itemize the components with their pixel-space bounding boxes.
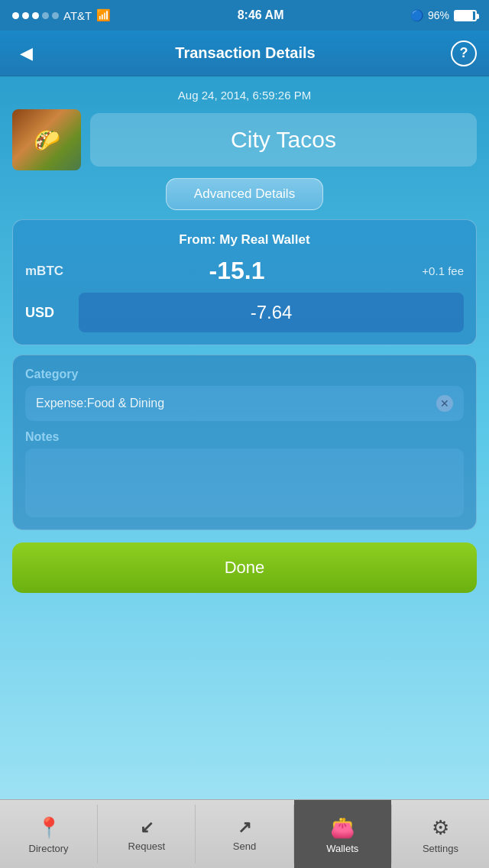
battery-icon bbox=[454, 10, 477, 21]
mbtc-amount: -15.1 bbox=[79, 257, 395, 285]
tab-wallets-label: Wallets bbox=[326, 843, 358, 854]
battery-fill bbox=[455, 11, 473, 20]
merchant-name: City Tacos bbox=[231, 127, 336, 152]
directory-icon: 📍 bbox=[37, 816, 61, 840]
status-left: AT&T 📶 bbox=[12, 8, 111, 22]
fee-label: +0.1 fee bbox=[395, 264, 464, 277]
mbtc-row: mBTC -15.1 +0.1 fee bbox=[25, 257, 464, 285]
notes-section: Notes bbox=[25, 430, 464, 517]
category-label: Category bbox=[25, 368, 464, 381]
merchant-row: 🌮 City Tacos bbox=[12, 109, 477, 170]
wallets-icon: 👛 bbox=[330, 816, 355, 840]
settings-icon: ⚙ bbox=[432, 816, 449, 840]
advanced-details-button[interactable]: Advanced Details bbox=[166, 178, 323, 210]
signal-dot-1 bbox=[12, 12, 19, 19]
tab-directory-label: Directory bbox=[29, 843, 69, 854]
main-content: Aug 24, 2014, 6:59:26 PM 🌮 City Tacos Ad… bbox=[0, 76, 489, 799]
battery-pct: 96% bbox=[428, 9, 449, 21]
notes-label: Notes bbox=[25, 430, 464, 444]
wifi-icon: 📶 bbox=[96, 8, 111, 22]
done-button[interactable]: Done bbox=[12, 542, 477, 593]
help-icon: ? bbox=[460, 45, 468, 61]
tab-send-label: Send bbox=[233, 840, 256, 852]
signal-dots bbox=[12, 12, 59, 19]
category-section: Category Expense:Food & Dining ✕ bbox=[25, 368, 464, 421]
signal-dot-4 bbox=[42, 12, 49, 19]
signal-dot-5 bbox=[52, 12, 59, 19]
time-label: 8:46 AM bbox=[238, 8, 284, 22]
category-field[interactable]: Expense:Food & Dining ✕ bbox=[25, 386, 464, 421]
usd-label: USD bbox=[25, 305, 79, 321]
back-button[interactable]: ◀ bbox=[12, 40, 40, 67]
usd-value-box: -7.64 bbox=[79, 293, 464, 332]
transaction-card: From: My Real Wallet mBTC -15.1 +0.1 fee… bbox=[12, 219, 477, 345]
usd-row: USD -7.64 bbox=[25, 293, 464, 332]
tab-wallets[interactable]: 👛 Wallets bbox=[294, 800, 391, 868]
merchant-thumbnail: 🌮 bbox=[12, 109, 81, 170]
mbtc-label: mBTC bbox=[25, 264, 79, 279]
tab-send[interactable]: ↗ Send bbox=[196, 800, 293, 868]
clear-category-button[interactable]: ✕ bbox=[436, 395, 453, 412]
carrier-label: AT&T bbox=[63, 9, 92, 22]
request-icon: ↙ bbox=[140, 818, 154, 837]
details-card: Category Expense:Food & Dining ✕ Notes bbox=[12, 355, 477, 530]
bluetooth-icon: 🔵 bbox=[410, 9, 423, 21]
tab-request-label: Request bbox=[128, 840, 165, 852]
status-right: 🔵 96% bbox=[410, 9, 477, 21]
tab-settings[interactable]: ⚙ Settings bbox=[392, 800, 489, 868]
tab-settings-label: Settings bbox=[423, 843, 458, 854]
signal-dot-3 bbox=[32, 12, 39, 19]
merchant-thumb-image: 🌮 bbox=[12, 109, 81, 170]
transaction-header: Aug 24, 2014, 6:59:26 PM 🌮 City Tacos Ad… bbox=[12, 89, 477, 210]
send-icon: ↗ bbox=[238, 818, 251, 837]
from-label: From: My Real Wallet bbox=[25, 232, 464, 248]
tab-bar: 📍 Directory ↙ Request ↗ Send 👛 Wallets ⚙… bbox=[0, 799, 489, 868]
usd-amount: -7.64 bbox=[251, 302, 293, 322]
signal-dot-2 bbox=[22, 12, 29, 19]
tab-request[interactable]: ↙ Request bbox=[98, 800, 195, 868]
merchant-name-box: City Tacos bbox=[90, 113, 477, 167]
nav-bar: ◀ Transaction Details ? bbox=[0, 31, 489, 76]
status-bar: AT&T 📶 8:46 AM 🔵 96% bbox=[0, 0, 489, 31]
notes-input[interactable] bbox=[25, 449, 464, 517]
timestamp: Aug 24, 2014, 6:59:26 PM bbox=[178, 89, 311, 102]
help-button[interactable]: ? bbox=[451, 40, 477, 66]
category-value: Expense:Food & Dining bbox=[36, 397, 164, 410]
tab-directory[interactable]: 📍 Directory bbox=[0, 800, 97, 868]
nav-title: Transaction Details bbox=[175, 44, 315, 62]
